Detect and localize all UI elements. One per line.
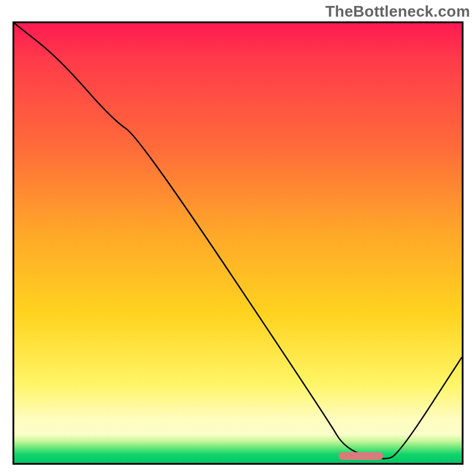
watermark-text: TheBottleneck.com — [325, 2, 470, 21]
optimal-range-indicator — [339, 452, 383, 460]
chart-canvas: TheBottleneck.com — [0, 0, 476, 476]
chart-frame — [12, 21, 464, 465]
bottleneck-curve — [14, 23, 462, 463]
